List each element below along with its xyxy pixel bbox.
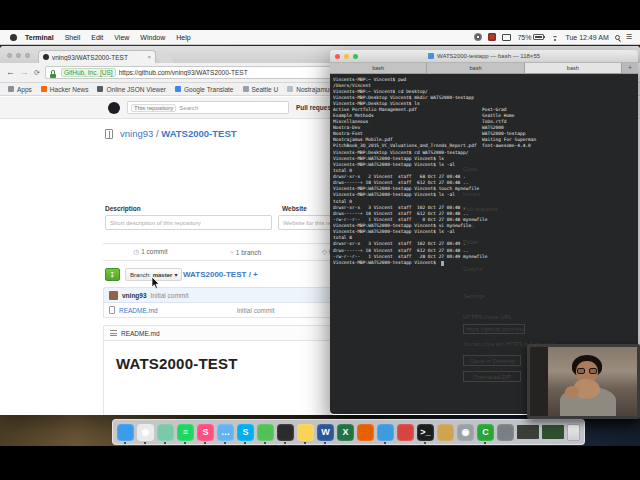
file-icon [109,306,115,314]
repo-name-link[interactable]: WATS2000-TEST [161,128,236,139]
terminal-title-bar[interactable]: WATS2000-testapp — bash — 118×55 [330,50,638,63]
ghost-item: Settings [463,293,485,299]
github-search-input[interactable]: This repository Search [127,101,289,114]
dock-textedit[interactable] [377,424,394,441]
recording-indicator-icon[interactable] [488,33,496,41]
browser-tab[interactable]: vning93/WATS2000-TEST × [38,50,156,63]
ttab-item[interactable]: bash [427,63,524,73]
dock-skype[interactable]: S [237,424,254,441]
mi-item[interactable]: Terminal [25,34,54,41]
tab-title: vning93/WATS2000-TEST [52,54,144,61]
stat-item[interactable]: ⑂1 branch [198,249,293,256]
dock-messages[interactable]: … [217,424,234,441]
search-scope-chip[interactable]: This repository [131,104,176,112]
dock-photos[interactable] [157,424,174,441]
dock-terminal[interactable]: >_ [417,424,434,441]
webcam-video [530,347,637,416]
repo-owner-link[interactable]: vning93 [120,128,153,139]
menu-clock[interactable]: Tue 12:49 AM [565,34,608,41]
bookmark-favicon [8,86,14,92]
dock-stickies[interactable] [297,424,314,441]
dock-flame-app[interactable] [397,424,414,441]
dock-cash-app[interactable] [257,424,274,441]
terminal-window-controls[interactable] [335,54,358,59]
file-name-link[interactable]: README.md [119,307,158,314]
bookmark-item[interactable]: Seattle U [243,86,279,93]
forward-button[interactable]: → [20,68,29,77]
terminal-tabs[interactable]: bashbashbash [330,63,622,73]
readme-header-title: README.md [121,330,160,337]
readme-list-icon [110,330,117,336]
ghost-item: HTTPS clone URL [463,314,512,320]
dock-notebook[interactable] [277,424,294,441]
dock-firefox[interactable] [357,424,374,441]
bookmark-item[interactable]: Nostrajamus [287,86,332,93]
bookmark-item[interactable]: Google Translate [175,86,234,93]
clone-button[interactable]: ↧ [105,268,120,281]
dock-excel[interactable]: X [337,424,354,441]
bookmark-favicon [175,86,181,92]
avatar [109,291,118,300]
dock-design-app[interactable]: S [197,424,214,441]
bookmark-item[interactable]: Hacker News [41,86,89,93]
display-mirroring-icon[interactable] [502,34,511,41]
notification-center-icon[interactable]: ☰ [626,33,632,41]
mi-item[interactable]: Shell [65,34,81,41]
window-controls[interactable] [7,53,30,58]
commit-message[interactable]: Initial commit [151,292,189,299]
dock-minimized-window-1[interactable] [517,425,539,439]
battery-indicator[interactable]: 75% [517,34,544,41]
reload-button[interactable]: ⟳ [34,69,40,77]
tab-close-icon[interactable]: × [147,54,151,60]
dock-camtasia[interactable]: C [477,424,494,441]
commit-author[interactable]: vning93 [122,292,147,299]
website-label: Website [282,205,307,212]
repo-breadcrumb: vning93 / WATS2000-TEST [120,128,237,139]
ev-certificate-badge[interactable]: GitHub, Inc. [US] [61,68,116,77]
stat-item[interactable]: ◷1 commit [103,248,198,256]
mi-item[interactable]: Help [176,34,190,41]
file-commit-message: Initial commit [237,307,275,314]
dock-display-prefs[interactable] [497,424,514,441]
description-input[interactable]: Short description of this repository [105,215,272,230]
back-button[interactable]: ← [6,68,15,77]
dock-spotify[interactable]: ≡ [177,424,194,441]
dock-word[interactable]: W [317,424,334,441]
dock-preview[interactable]: ◉ [457,424,474,441]
ttab-item[interactable]: bash [330,63,427,73]
dock[interactable]: ◉≡S…SWX>_◉C [112,419,585,445]
apple-menu-icon[interactable] [10,34,17,41]
dock-chrome[interactable]: ◉ [137,424,154,441]
mouse-cursor [151,277,160,290]
terminal-new-tab-button[interactable]: + [622,63,638,73]
bookmark-item[interactable]: Apps [8,86,32,93]
bookmark-item[interactable]: Online JSON Viewer [97,86,166,93]
terminal-cursor [441,261,444,266]
letterbox-top [0,0,640,30]
ttab-item[interactable]: bash [525,63,622,73]
dock-finder[interactable] [117,424,134,441]
dock-downloads-folder[interactable] [437,424,454,441]
bookmark-favicon [97,86,103,92]
screen-recorder-icon[interactable] [474,33,482,41]
https-lock-icon [51,70,55,74]
battery-icon [533,34,544,40]
dock-trash[interactable] [567,424,580,441]
spotlight-search-icon[interactable] [615,35,620,40]
wifi-icon[interactable] [550,34,559,41]
bookmark-favicon [243,86,249,92]
mi-item[interactable]: View [114,34,129,41]
mi-item[interactable]: Window [140,34,165,41]
dock-minimized-window-2[interactable] [542,425,564,439]
ghost-item: Graphs [463,266,483,272]
file-path-breadcrumb[interactable]: WATS2000-TEST / + [183,270,258,279]
person-hand [574,379,600,399]
mi-item[interactable]: Edit [91,34,103,41]
bookmark-favicon [41,86,47,92]
nav-pull-requests[interactable]: Pull request [296,104,333,111]
description-label: Description [105,205,141,212]
menu-items[interactable]: TerminalShellEditViewWindowHelp [25,34,202,41]
github-logo-icon[interactable] [108,102,120,114]
search-placeholder: Search [179,105,198,111]
new-tab-button[interactable] [156,53,175,63]
